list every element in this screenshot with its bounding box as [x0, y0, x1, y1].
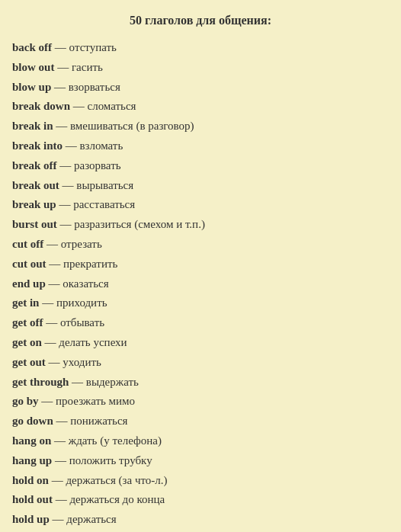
list-item: hold on — держаться (за что-л.): [12, 471, 389, 491]
translation-text: приходить: [56, 296, 107, 309]
phrase-text: break down: [12, 100, 70, 112]
translation-text: гасить: [72, 61, 103, 73]
phrase-text: hold up: [12, 513, 50, 525]
translation-text: взломать: [79, 139, 123, 152]
list-item: back off — отступать: [12, 38, 389, 58]
translation-text: разразиться (смехом и т.п.): [74, 218, 205, 230]
phrase-text: get in: [12, 296, 39, 309]
phrase-text: blow out: [12, 61, 54, 73]
phrase-text: go down: [12, 415, 53, 427]
phrase-text: break in: [12, 120, 53, 132]
list-item: get in — приходить: [12, 293, 389, 313]
list-item: hang on — ждать (у телефона): [12, 431, 389, 451]
translation-text: оказаться: [63, 277, 108, 290]
phrase-text: back off: [12, 41, 52, 53]
list-item: hang up — положить трубку: [12, 451, 389, 471]
list-item: go by — проезжать мимо: [12, 392, 389, 412]
translation-text: держаться: [66, 513, 116, 525]
phrase-text: go by: [12, 395, 39, 407]
phrase-text: get through: [12, 376, 69, 388]
translation-text: вырываться: [76, 179, 133, 191]
phrase-text: break up: [12, 198, 56, 210]
translation-text: уходить: [63, 356, 101, 368]
translation-text: сломаться: [88, 100, 136, 112]
list-item: hold up — держаться: [12, 510, 389, 530]
translation-text: держаться до конца: [69, 493, 165, 505]
phrase-text: break into: [12, 139, 63, 152]
phrase-text: hang on: [12, 434, 51, 447]
list-item: hold out — держаться до конца: [12, 490, 389, 510]
phrase-text: cut off: [12, 238, 43, 250]
translation-text: прекратить: [63, 258, 117, 270]
translation-text: разорвать: [74, 159, 121, 171]
list-item: end up — оказаться: [12, 274, 389, 294]
list-item: go down — понижаться: [12, 412, 389, 431]
phrase-text: break out: [12, 179, 59, 191]
page-title: 50 глаголов для общения:: [12, 14, 389, 27]
list-item: get on — делать успехи: [12, 333, 389, 353]
list-item: get through — выдержать: [12, 373, 389, 393]
translation-text: расставаться: [73, 198, 135, 210]
list-item: get off — отбывать: [12, 313, 389, 333]
translation-text: понижаться: [70, 415, 127, 427]
phrase-text: break off: [12, 159, 56, 171]
list-item: blow out — гасить: [12, 58, 389, 78]
translation-text: отбывать: [60, 316, 104, 328]
phrase-text: get out: [12, 356, 46, 368]
translation-text: отрезать: [61, 238, 102, 250]
phrase-text: get off: [12, 316, 43, 328]
phrase-text: blow up: [12, 81, 51, 93]
list-item: break in — вмешиваться (в разговор): [12, 117, 389, 136]
phrase-text: hang up: [12, 454, 52, 466]
translation-text: отступать: [69, 41, 117, 53]
list-item: break off — разорвать: [12, 156, 389, 176]
phrase-text: cut out: [12, 258, 47, 270]
translation-text: держаться (за что-л.): [66, 474, 167, 486]
translation-text: выдержать: [86, 376, 139, 388]
list-item: blow up — взорваться: [12, 78, 389, 98]
translation-text: положить трубку: [69, 454, 152, 466]
phrases-list: back off — отступатьblow out — гаситьblo…: [12, 38, 389, 530]
phrase-text: end up: [12, 277, 46, 290]
list-item: cut out — прекратить: [12, 255, 389, 274]
list-item: break out — вырываться: [12, 176, 389, 196]
list-item: break up — расставаться: [12, 195, 389, 215]
list-item: break into — взломать: [12, 136, 389, 156]
phrase-text: hold on: [12, 474, 49, 486]
translation-text: взорваться: [69, 81, 120, 93]
list-item: cut off — отрезать: [12, 235, 389, 255]
phrase-text: burst out: [12, 218, 57, 230]
list-item: get out — уходить: [12, 353, 389, 373]
phrase-text: hold out: [12, 493, 53, 505]
translation-text: проезжать мимо: [56, 395, 135, 407]
list-item: break down — сломаться: [12, 97, 389, 117]
translation-text: ждать (у телефона): [69, 434, 162, 447]
phrase-text: get on: [12, 336, 42, 348]
list-item: burst out — разразиться (смехом и т.п.): [12, 215, 389, 235]
translation-text: делать успехи: [59, 336, 127, 348]
translation-text: вмешиваться (в разговор): [70, 120, 194, 132]
